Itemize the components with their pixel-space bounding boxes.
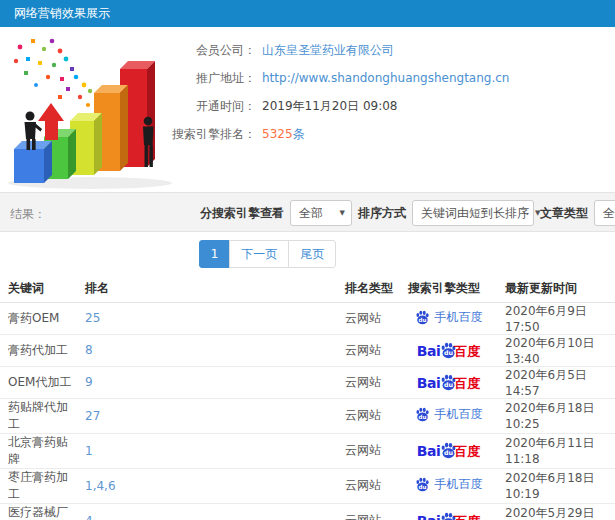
keyword-cell: 膏药代加工 xyxy=(0,334,77,366)
updated-time-cell: 2020年6月5日 14:57 xyxy=(497,366,615,398)
pagination: 1 下一页 尾页 xyxy=(199,240,337,268)
table-row: 膏药代加工8云网站Baidu百度2020年6月10日 13:40 xyxy=(0,334,615,366)
rank-link[interactable]: 8 xyxy=(85,343,93,357)
svg-text:du: du xyxy=(418,316,426,322)
ranking-count-suffix[interactable]: 条 xyxy=(293,126,305,143)
col-keyword: 关键词 xyxy=(0,276,77,302)
article-type-filter-label: 文章类型 xyxy=(540,205,588,222)
open-time-value: 2019年11月20日 09:08 xyxy=(262,98,397,115)
baidu-logo-text: Bai xyxy=(417,444,440,458)
caret-down-icon: ▼ xyxy=(340,209,345,217)
table-row: 药贴牌代加工27云网站du手机百度2020年6月18日 10:25 xyxy=(0,398,615,433)
ranking-count-value: 5325 xyxy=(262,127,293,141)
rank-link[interactable]: 1 xyxy=(85,444,93,458)
engine-type-cell: du手机百度 xyxy=(400,302,497,334)
article-type-select-value: 全部 xyxy=(603,205,615,222)
keyword-cell: 北京膏药贴牌 xyxy=(0,433,77,468)
article-type-select[interactable]: 全部 ▼ xyxy=(594,200,615,226)
engine-type-cell: Baidu百度 xyxy=(400,366,497,398)
page-1-button[interactable]: 1 xyxy=(199,240,231,268)
svg-text:du: du xyxy=(444,349,453,357)
rank-link[interactable]: 9 xyxy=(85,375,93,389)
engine-type-cell: Baidu百度 xyxy=(400,503,497,520)
bar-chart-illustration xyxy=(2,33,184,191)
engine-type-cell: Baidu百度 xyxy=(400,334,497,366)
keyword-cell: 膏药OEM xyxy=(0,302,77,334)
baidu-paw-icon: du xyxy=(415,407,430,422)
baidu-logo-cn: 百度 xyxy=(454,515,480,520)
col-rank-type: 排名类型 xyxy=(337,276,400,302)
promotion-url-link[interactable]: http://www.shandonghuangshengtang.cn xyxy=(262,71,509,85)
baidu-logo: Baidu百度 xyxy=(417,512,480,520)
rank-cell: 9 xyxy=(77,366,337,398)
mobile-baidu-label: 手机百度 xyxy=(435,309,483,326)
filter-bar: 结果： 分搜索引擎查看 全部 ▼ 排序方式 关键词由短到长排序 ▼ 文章类型 全… xyxy=(0,192,615,232)
info-row-ranking: 搜索引擎排名： 5325 条 xyxy=(168,125,509,143)
baidu-logo-cn: 百度 xyxy=(454,445,480,458)
col-engine-type: 搜索引擎类型 xyxy=(400,276,497,302)
engine-type-cell: du手机百度 xyxy=(400,398,497,433)
rank-link[interactable]: 25 xyxy=(85,311,100,325)
engine-type-cell: du手机百度 xyxy=(400,468,497,503)
results-table: 关键词 排名 排名类型 搜索引擎类型 最新更新时间 膏药OEM25云网站du手机… xyxy=(0,276,615,520)
page-title: 网络营销效果展示 xyxy=(0,0,615,27)
mobile-baidu-logo: du手机百度 xyxy=(415,476,483,493)
table-row: 膏药OEM25云网站du手机百度2020年6月9日 17:50 xyxy=(0,302,615,334)
updated-time-cell: 2020年6月11日 11:18 xyxy=(497,433,615,468)
rank-type-cell: 云网站 xyxy=(337,468,400,503)
table-row: 医疗器械厂家4云网站Baidu百度2020年5月29日 10:32 xyxy=(0,503,615,520)
baidu-logo-text: Bai xyxy=(417,514,440,520)
baidu-paw-icon: du xyxy=(415,477,430,492)
summary-section: 会员公司： 山东皇圣堂药业有限公司 推广地址： http://www.shand… xyxy=(0,27,615,192)
updated-time-cell: 2020年6月10日 13:40 xyxy=(497,334,615,366)
updated-time-cell: 2020年6月18日 10:19 xyxy=(497,468,615,503)
engine-filter-label: 分搜索引擎查看 xyxy=(200,205,284,222)
baidu-logo-cn: 百度 xyxy=(454,377,480,390)
mobile-baidu-logo: du手机百度 xyxy=(415,406,483,423)
rank-type-cell: 云网站 xyxy=(337,366,400,398)
sort-filter-label: 排序方式 xyxy=(358,205,406,222)
baidu-paw-icon: du xyxy=(415,310,430,325)
last-page-button[interactable]: 尾页 xyxy=(288,240,336,268)
rank-type-cell: 云网站 xyxy=(337,398,400,433)
rank-type-cell: 云网站 xyxy=(337,334,400,366)
table-row: OEM代加工9云网站Baidu百度2020年6月5日 14:57 xyxy=(0,366,615,398)
rank-link[interactable]: 1,4,6 xyxy=(85,479,116,493)
company-label: 会员公司： xyxy=(168,42,256,59)
rank-link[interactable]: 4 xyxy=(85,514,93,520)
next-page-button[interactable]: 下一页 xyxy=(229,240,289,268)
baidu-logo-text: Bai xyxy=(417,376,440,390)
engine-type-cell: Baidu百度 xyxy=(400,433,497,468)
rank-type-cell: 云网站 xyxy=(337,433,400,468)
keyword-cell: OEM代加工 xyxy=(0,366,77,398)
rank-type-cell: 云网站 xyxy=(337,302,400,334)
col-updated: 最新更新时间 xyxy=(497,276,615,302)
company-info-list: 会员公司： 山东皇圣堂药业有限公司 推广地址： http://www.shand… xyxy=(168,41,509,153)
confetti-dots xyxy=(14,39,104,107)
updated-time-cell: 2020年5月29日 10:32 xyxy=(497,503,615,520)
sort-select[interactable]: 关键词由短到长排序 ▼ xyxy=(412,200,534,226)
info-row-company: 会员公司： 山东皇圣堂药业有限公司 xyxy=(168,41,509,59)
table-row: 枣庄膏药加工1,4,6云网站du手机百度2020年6月18日 10:19 xyxy=(0,468,615,503)
pagination-row: 1 下一页 尾页 xyxy=(0,232,615,276)
baidu-logo-text: Bai xyxy=(417,344,440,358)
rank-cell: 4 xyxy=(77,503,337,520)
col-rank: 排名 xyxy=(77,276,337,302)
company-link[interactable]: 山东皇圣堂药业有限公司 xyxy=(262,42,394,59)
mobile-baidu-logo: du手机百度 xyxy=(415,309,483,326)
table-row: 北京膏药贴牌1云网站Baidu百度2020年6月11日 11:18 xyxy=(0,433,615,468)
keyword-cell: 药贴牌代加工 xyxy=(0,398,77,433)
rank-cell: 27 xyxy=(77,398,337,433)
rank-cell: 1,4,6 xyxy=(77,468,337,503)
rank-cell: 25 xyxy=(77,302,337,334)
baidu-logo: Baidu百度 xyxy=(417,442,480,458)
keyword-cell: 枣庄膏药加工 xyxy=(0,468,77,503)
svg-text:du: du xyxy=(444,381,453,389)
promotion-url-label: 推广地址： xyxy=(168,70,256,87)
updated-time-cell: 2020年6月18日 10:25 xyxy=(497,398,615,433)
rank-link[interactable]: 27 xyxy=(85,409,100,423)
engine-select[interactable]: 全部 ▼ xyxy=(290,200,352,226)
rank-cell: 1 xyxy=(77,433,337,468)
baidu-logo: Baidu百度 xyxy=(417,374,480,390)
results-table-body: 膏药OEM25云网站du手机百度2020年6月9日 17:50膏药代加工8云网站… xyxy=(0,302,615,520)
